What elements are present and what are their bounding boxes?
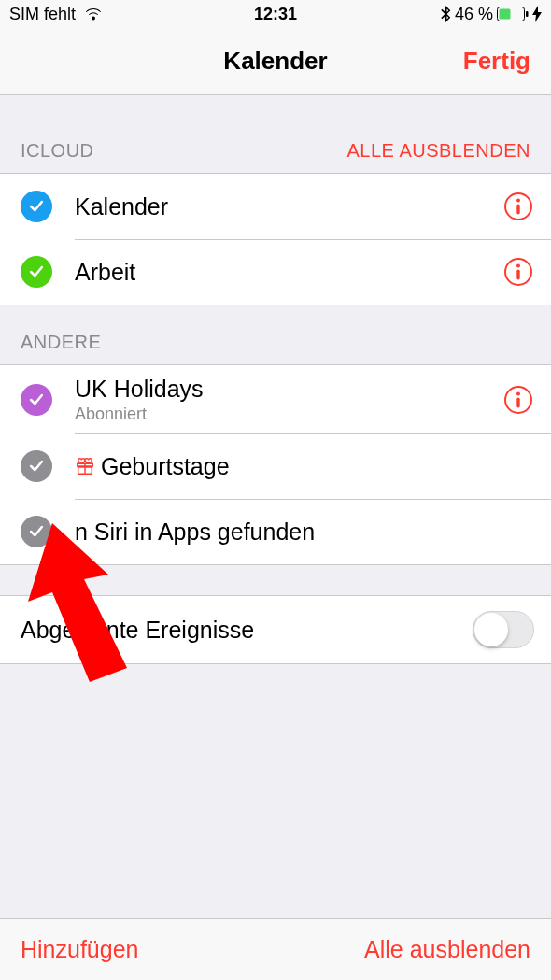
- status-bar: SIM fehlt 12:31 46 %: [0, 0, 551, 28]
- info-button[interactable]: [502, 191, 534, 222]
- calendar-row-geburtstage[interactable]: Geburtstage: [0, 433, 551, 499]
- declined-events-label: Abgelehnte Ereignisse: [21, 617, 254, 644]
- hide-all-button[interactable]: Alle ausblenden: [364, 936, 530, 963]
- calendar-name: n Siri in Apps gefunden: [75, 518, 534, 546]
- gift-icon: [75, 456, 95, 476]
- svg-rect-11: [516, 397, 519, 407]
- calendar-name: Arbeit: [75, 258, 502, 286]
- hide-all-icloud-button[interactable]: ALLE AUSBLENDEN: [347, 140, 530, 162]
- calendar-name: Geburtstage: [101, 452, 230, 480]
- icloud-calendar-list: Kalender Arbeit: [0, 173, 551, 305]
- status-left: SIM fehlt: [9, 5, 104, 24]
- calendar-row-siri[interactable]: n Siri in Apps gefunden: [0, 499, 551, 564]
- calendar-name: Kalender: [75, 192, 502, 220]
- svg-point-7: [516, 264, 520, 268]
- calendar-row-arbeit[interactable]: Arbeit: [0, 239, 551, 305]
- battery-percent: 46 %: [455, 5, 493, 24]
- nav-bar: Kalender Fertig: [0, 28, 551, 95]
- checkmark-icon[interactable]: [21, 256, 52, 288]
- bottom-toolbar: Hinzufügen Alle ausblenden: [0, 918, 551, 980]
- svg-rect-5: [516, 205, 519, 215]
- done-button[interactable]: Fertig: [463, 47, 530, 76]
- checkmark-icon[interactable]: [21, 384, 52, 416]
- section-header-other: ANDERE: [0, 305, 551, 364]
- calendar-row-kalender[interactable]: Kalender: [0, 174, 551, 239]
- other-calendar-list: UK Holidays Abonniert Geburtstage n Siri…: [0, 364, 551, 565]
- battery-icon: [497, 7, 529, 21]
- status-right: 46 %: [441, 5, 542, 24]
- info-button[interactable]: [502, 384, 534, 416]
- calendar-row-ukholidays[interactable]: UK Holidays Abonniert: [0, 365, 551, 433]
- charging-icon: [532, 6, 542, 22]
- add-calendar-button[interactable]: Hinzufügen: [21, 936, 138, 963]
- svg-rect-2: [526, 11, 529, 17]
- calendar-sub: Abonniert: [75, 405, 502, 424]
- svg-rect-8: [516, 270, 519, 280]
- section-header-icloud: ICLOUD ALLE AUSBLENDEN: [0, 95, 551, 173]
- checkmark-icon[interactable]: [21, 516, 52, 547]
- carrier-text: SIM fehlt: [9, 5, 76, 24]
- declined-events-toggle[interactable]: [473, 611, 534, 648]
- checkmark-icon[interactable]: [21, 191, 52, 222]
- section-label: ICLOUD: [21, 140, 94, 162]
- wifi-icon: [83, 7, 104, 21]
- calendar-name: UK Holidays: [75, 375, 502, 403]
- svg-point-4: [516, 199, 520, 203]
- section-label: ANDERE: [21, 332, 101, 353]
- svg-point-10: [516, 391, 520, 395]
- bluetooth-icon: [441, 6, 451, 22]
- page-title: Kalender: [223, 47, 327, 76]
- declined-events-row: Abgelehnte Ereignisse: [0, 595, 551, 664]
- svg-rect-1: [500, 9, 511, 20]
- checkmark-icon[interactable]: [21, 450, 52, 482]
- status-time: 12:31: [254, 5, 297, 24]
- info-button[interactable]: [502, 256, 534, 288]
